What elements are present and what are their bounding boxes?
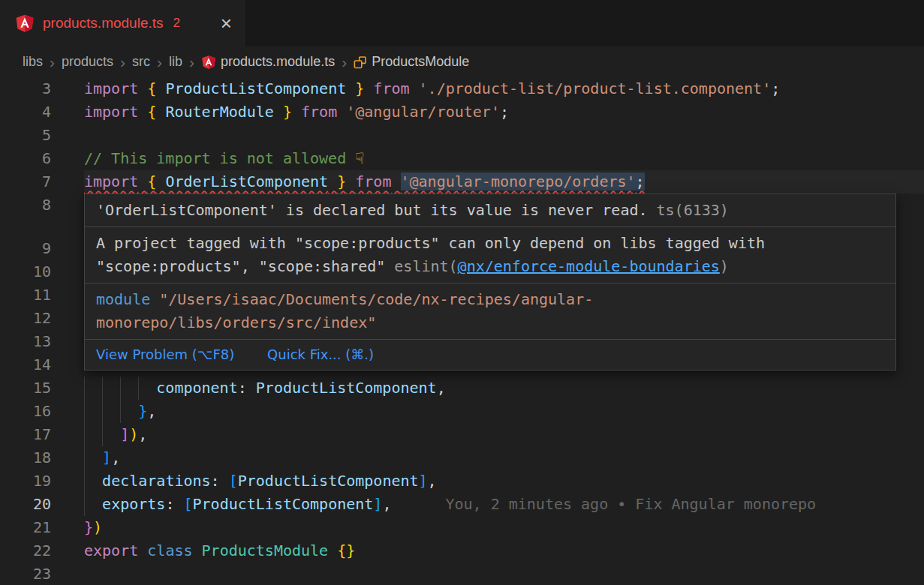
indent-guide	[84, 493, 85, 516]
line-number[interactable]: 22	[0, 539, 51, 562]
line-number[interactable]: 19	[0, 470, 51, 493]
breadcrumb-item-lib[interactable]: lib	[169, 54, 182, 70]
line-number[interactable]: 9	[0, 237, 51, 260]
code-line-4[interactable]: import { RouterModule } from '@angular/r…	[84, 100, 924, 124]
code-line-17[interactable]: ]),	[84, 423, 924, 446]
problems-badge: 2	[173, 16, 180, 31]
breadcrumb-item-products[interactable]: products	[62, 54, 113, 70]
code-line-20[interactable]: exports: [ProductListComponent],You, 2 m…	[84, 493, 924, 516]
module-info: module"/Users/isaac/Documents/code/nx-re…	[85, 283, 895, 339]
code-line-6[interactable]: // This import is not allowed ☟	[84, 147, 924, 170]
code-line-22[interactable]: export class ProductsModule {}	[84, 539, 924, 562]
indent-guide	[84, 423, 85, 446]
diagnostic-eslint: A project tagged with "scope:products" c…	[85, 226, 895, 283]
quick-fix-action[interactable]: Quick Fix... (⌘.)	[267, 346, 374, 362]
diagnostic-ts: 'OrderListComponent' is declared but its…	[85, 194, 895, 226]
line-number[interactable]: 15	[0, 376, 51, 400]
breadcrumb: libs›products›src›lib›products.module.ts…	[0, 46, 924, 77]
tab-products-module[interactable]: products.module.ts 2 ×	[0, 0, 245, 46]
line-number[interactable]: 12	[0, 307, 51, 330]
diagnostic-eslint-line2: "scope:products", "scope:shared"	[96, 257, 385, 275]
line-number[interactable]: 21	[0, 516, 51, 539]
line-number[interactable]: 10	[0, 260, 51, 284]
line-number[interactable]: 4	[0, 100, 51, 124]
code-line-23[interactable]	[84, 562, 924, 585]
indent-guide	[102, 423, 103, 446]
line-number[interactable]: 6	[0, 147, 51, 170]
breadcrumb-item-libs[interactable]: libs	[23, 54, 43, 70]
line-number[interactable]: 14	[0, 353, 51, 376]
view-problem-action[interactable]: View Problem (⌥F8)	[96, 346, 234, 362]
eslint-rule-link[interactable]: @nx/enforce-module-boundaries	[458, 257, 720, 275]
indent-guide	[84, 376, 85, 400]
chevron-right-icon: ›	[342, 53, 347, 71]
diagnostic-ts-source: ts(6133)	[657, 201, 729, 219]
chevron-right-icon: ›	[189, 53, 194, 71]
chevron-right-icon: ›	[157, 53, 162, 71]
eslint-source-prefix: eslint(	[394, 257, 457, 275]
line-number[interactable]: 23	[0, 562, 51, 585]
breadcrumb-item-src[interactable]: src	[132, 54, 150, 70]
module-path-line1: "/Users/isaac/Documents/code/nx-recipes/…	[159, 290, 593, 308]
indent-guide	[84, 470, 85, 493]
indent-guide	[102, 400, 103, 423]
indent-guide	[120, 400, 121, 423]
close-icon[interactable]: ×	[221, 14, 232, 33]
line-number[interactable]: 3	[0, 77, 51, 100]
code-line-19[interactable]: declarations: [ProductListComponent],	[84, 470, 924, 493]
chevron-right-icon: ›	[50, 53, 55, 71]
module-path-line2: monorepo/libs/orders/src/index"	[96, 314, 376, 332]
module-keyword: module	[96, 290, 150, 308]
indent-guide	[84, 400, 85, 423]
line-number[interactable]: 16	[0, 400, 51, 423]
line-number[interactable]: 20	[0, 493, 51, 516]
tab-bar: products.module.ts 2 ×	[0, 0, 924, 46]
code-line-7[interactable]: import { OrderListComponent } from '@ang…	[84, 170, 924, 194]
indent-guide	[84, 446, 85, 470]
line-number[interactable]: 11	[0, 284, 51, 307]
code-line-15[interactable]: component: ProductListComponent,	[84, 376, 924, 400]
code-line-18[interactable]: ],	[84, 446, 924, 470]
line-number[interactable]: 8	[0, 194, 51, 217]
eslint-source-suffix: )	[720, 257, 729, 275]
angular-icon	[15, 14, 35, 33]
line-number[interactable]: 17	[0, 423, 51, 446]
line-number[interactable]: 18	[0, 446, 51, 470]
breadcrumb-item-productsmodule[interactable]: ProductsModule	[354, 54, 469, 70]
line-number[interactable]: 13	[0, 330, 51, 353]
diagnostic-eslint-line1: A project tagged with "scope:products" c…	[96, 234, 765, 252]
class-icon	[354, 56, 367, 69]
code-line-21[interactable]: })	[84, 516, 924, 539]
code-line-16[interactable]: },	[84, 400, 924, 423]
breadcrumb-item-products-module-ts[interactable]: products.module.ts	[201, 54, 335, 70]
chevron-right-icon: ›	[120, 53, 125, 71]
code-line-3[interactable]: import { ProductListComponent } from './…	[84, 77, 924, 100]
hover-actions: View Problem (⌥F8) Quick Fix... (⌘.)	[85, 339, 895, 370]
tab-title: products.module.ts	[43, 15, 164, 32]
indent-guide	[120, 376, 121, 400]
indent-guide	[102, 376, 103, 400]
diagnostic-ts-message: 'OrderListComponent' is declared but its…	[96, 201, 648, 219]
line-number[interactable]: 7	[0, 170, 51, 194]
code-editor[interactable]: 34567891011121314151617181920212223 impo…	[0, 77, 924, 585]
code-line-5[interactable]	[84, 124, 924, 147]
indent-guide	[138, 376, 139, 400]
angular-icon	[201, 55, 216, 70]
hover-tooltip: 'OrderListComponent' is declared but its…	[84, 194, 896, 370]
line-number[interactable]: 5	[0, 124, 51, 147]
